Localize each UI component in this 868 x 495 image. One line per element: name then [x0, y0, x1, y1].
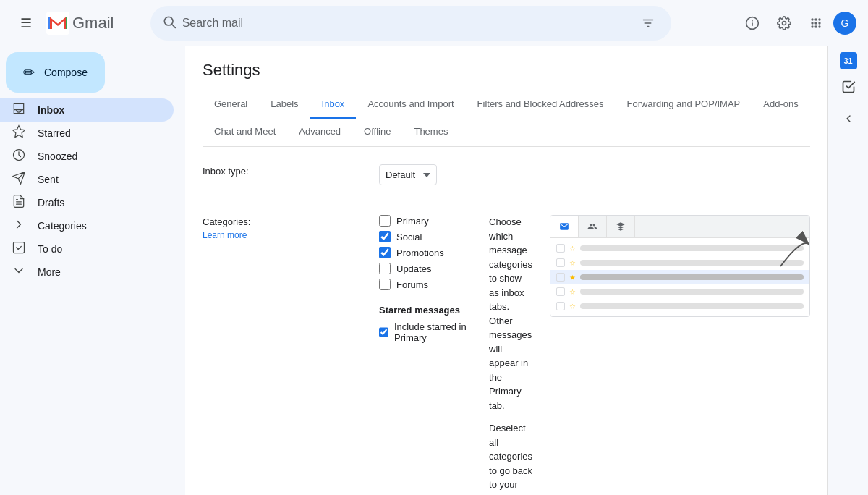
categories-body: Primary Social Promotions	[379, 215, 810, 495]
sidebar-item-categories[interactable]: Categories	[0, 214, 174, 237]
preview-image-inner: ☆ ☆	[550, 216, 809, 316]
search-bar	[150, 6, 671, 41]
svg-rect-15	[14, 242, 25, 253]
tab-offline[interactable]: Offline	[352, 119, 402, 146]
preview-row-1: ☆	[550, 241, 809, 255]
sent-label: Sent	[38, 174, 162, 185]
gmail-logo[interactable]: Gmail	[46, 12, 114, 35]
arrow-overlay	[773, 230, 810, 274]
preview-row-5: ☆	[550, 299, 809, 313]
sidebar-item-sent[interactable]: Sent	[0, 168, 174, 191]
settings-content: Inbox type: Default Categories: Learn mo…	[203, 147, 810, 495]
snoozed-icon	[12, 148, 26, 166]
search-options-button[interactable]	[637, 12, 660, 35]
preview-line-3	[580, 274, 804, 280]
svg-point-12	[814, 25, 817, 28]
preview-star-5: ☆	[569, 302, 576, 310]
starred-messages-label: Starred messages	[379, 305, 472, 316]
tasks-button[interactable]	[834, 72, 863, 101]
expand-right-panel-button[interactable]	[834, 104, 863, 133]
sidebar-item-todo[interactable]: To do	[0, 237, 174, 261]
preview-star-4: ☆	[569, 288, 576, 296]
category-promotions[interactable]: Promotions	[379, 247, 472, 258]
sidebar-item-starred[interactable]: Starred	[0, 122, 174, 145]
divider-1	[203, 203, 810, 203]
category-updates-label: Updates	[396, 263, 431, 274]
category-updates[interactable]: Updates	[379, 263, 472, 274]
sidebar-item-inbox[interactable]: Inbox	[0, 98, 174, 122]
svg-point-6	[814, 18, 817, 20]
categories-checkboxes: Primary Social Promotions	[379, 215, 472, 347]
hamburger-button[interactable]: ☰	[12, 9, 41, 38]
preview-star-1: ☆	[569, 245, 576, 253]
main-layout: ✏ Compose Inbox Starred	[0, 46, 868, 495]
category-updates-checkbox[interactable]	[379, 263, 391, 274]
svg-point-8	[811, 22, 813, 24]
support-button[interactable]	[738, 9, 767, 38]
inbox-label: Inbox	[38, 104, 162, 116]
learn-more-link[interactable]: Learn more	[203, 230, 362, 240]
apps-button[interactable]	[801, 9, 830, 38]
svg-point-4	[782, 22, 786, 25]
compose-button[interactable]: ✏ Compose	[6, 52, 105, 93]
category-social-label: Social	[396, 232, 422, 242]
sidebar-item-more[interactable]: More	[0, 261, 174, 284]
preview-tab-promotions	[607, 216, 635, 237]
sent-icon	[12, 171, 26, 189]
sidebar: ✏ Compose Inbox Starred	[0, 46, 185, 495]
svg-point-7	[818, 18, 820, 20]
tab-themes[interactable]: Themes	[402, 119, 459, 146]
snoozed-label: Snoozed	[38, 151, 162, 162]
preview-row-4: ☆	[550, 284, 809, 299]
category-forums-checkbox[interactable]	[379, 279, 391, 290]
settings-button[interactable]	[770, 9, 799, 38]
sidebar-item-drafts[interactable]: Drafts	[0, 191, 174, 214]
category-primary[interactable]: Primary	[379, 215, 472, 227]
preview-area: Primary Social Promotions	[379, 215, 810, 495]
deselect-text: Deselect all categories to go back to yo…	[489, 421, 532, 495]
starred-icon	[12, 124, 26, 143]
tab-chat-meet[interactable]: Chat and Meet	[203, 119, 287, 146]
preview-tab-primary	[550, 216, 579, 237]
avatar[interactable]: G	[833, 12, 856, 35]
tab-filters-blocked[interactable]: Filters and Blocked Addresses	[466, 91, 616, 119]
preview-check-3	[556, 273, 565, 282]
preview-line-4	[580, 289, 804, 295]
tab-addons[interactable]: Add-ons	[752, 91, 809, 119]
tab-forwarding[interactable]: Forwarding and POP/IMAP	[615, 91, 752, 119]
choose-categories-text: Choose which message categories to show …	[489, 215, 532, 412]
category-social-checkbox[interactable]	[379, 231, 391, 242]
search-input[interactable]	[182, 17, 631, 30]
preview-row-2: ☆	[550, 255, 809, 270]
category-forums[interactable]: Forums	[379, 279, 472, 290]
inbox-type-select[interactable]: Default	[379, 164, 437, 185]
inbox-type-section: Inbox type: Default	[203, 164, 810, 185]
svg-point-5	[811, 18, 813, 20]
sidebar-item-snoozed[interactable]: Snoozed	[0, 145, 174, 168]
compose-icon: ✏	[23, 64, 35, 81]
preview-tab-social	[579, 216, 607, 237]
preview-line-5	[580, 303, 804, 309]
tab-advanced[interactable]: Advanced	[287, 119, 352, 146]
include-starred-checkbox[interactable]	[379, 326, 388, 338]
content-area: Settings General Labels Inbox Accounts a…	[185, 46, 827, 495]
gmail-logo-text: Gmail	[72, 14, 114, 33]
preview-star-2: ☆	[569, 259, 576, 267]
hamburger-icon: ☰	[20, 15, 32, 31]
settings-wrapper: Settings General Labels Inbox Accounts a…	[185, 46, 827, 495]
preview-line-1	[580, 245, 804, 251]
gmail-logo-icon	[46, 12, 69, 35]
tab-general[interactable]: General	[203, 91, 259, 119]
preview-check-1	[556, 244, 565, 253]
more-label: More	[38, 266, 61, 278]
category-social[interactable]: Social	[379, 231, 472, 242]
tab-inbox[interactable]: Inbox	[310, 91, 357, 119]
calendar-badge[interactable]: 31	[840, 52, 857, 69]
include-starred-primary[interactable]: Include starred in Primary	[379, 321, 472, 343]
category-primary-checkbox[interactable]	[379, 215, 391, 227]
tab-accounts-import[interactable]: Accounts and Import	[356, 91, 465, 119]
inbox-icon	[12, 101, 26, 119]
tab-labels[interactable]: Labels	[259, 91, 310, 119]
category-promotions-checkbox[interactable]	[379, 247, 391, 258]
categories-section: Categories: Learn more Primary	[203, 215, 810, 495]
